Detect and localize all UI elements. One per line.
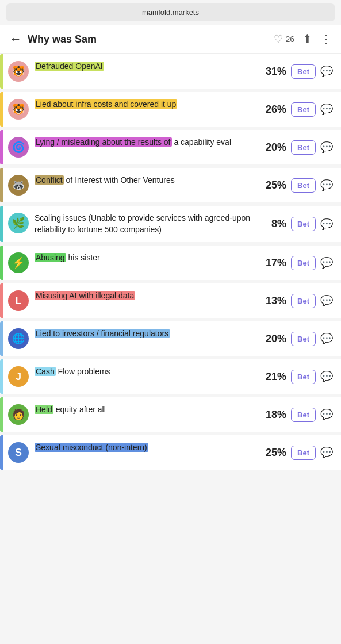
item-text: Conflict of Interest with Other Ventures bbox=[35, 175, 255, 186]
bet-button[interactable]: Bet bbox=[291, 370, 316, 384]
list-item: 🧑Held equity after all18%Bet💬 bbox=[0, 397, 341, 432]
list-item: JCash Flow problems21%Bet💬 bbox=[0, 359, 341, 394]
heart-icon: ♡ bbox=[274, 33, 283, 45]
list-item: 🌀Lying / misleading about the results of… bbox=[0, 130, 341, 164]
list-item: SSexual misconduct (non-intern)25%Bet💬 bbox=[0, 435, 341, 470]
page-title: Why was Sam bbox=[28, 33, 268, 45]
item-text: Cash Flow problems bbox=[35, 366, 255, 378]
item-text: Sexual misconduct (non-intern) bbox=[35, 442, 255, 454]
like-action[interactable]: ♡ 26 bbox=[274, 33, 294, 45]
list-item-left: JCash Flow problems bbox=[8, 366, 255, 387]
item-text: Defrauded OpenAI bbox=[35, 61, 255, 72]
percent-value: 21% bbox=[261, 371, 286, 383]
list-item-left: 🌐Lied to investors / financial regulator… bbox=[8, 328, 255, 349]
like-count: 26 bbox=[285, 34, 294, 44]
bet-button[interactable]: Bet bbox=[291, 332, 316, 346]
avatar: L bbox=[8, 290, 29, 311]
list-item: ⚡Abusing his sister17%Bet💬 bbox=[0, 246, 341, 280]
chat-icon[interactable]: 💬 bbox=[320, 218, 333, 231]
item-right: 17%Bet💬 bbox=[261, 256, 333, 270]
list-item: 🌿Scaling issues (Unable to provide servi… bbox=[0, 206, 341, 242]
chat-icon[interactable]: 💬 bbox=[320, 294, 333, 307]
list-item: LMisusing AI with illegal data13%Bet💬 bbox=[0, 283, 341, 318]
item-right: 20%Bet💬 bbox=[261, 140, 333, 155]
list-item-left: 🐯Defrauded OpenAI bbox=[8, 61, 255, 82]
avatar: 🌿 bbox=[8, 213, 29, 233]
chat-icon[interactable]: 💬 bbox=[320, 141, 333, 154]
avatar: 🌐 bbox=[8, 328, 29, 349]
avatar: 🐯 bbox=[8, 61, 29, 82]
percent-value: 31% bbox=[261, 66, 286, 78]
avatar: 🦝 bbox=[8, 175, 29, 195]
item-right: 21%Bet💬 bbox=[261, 370, 333, 384]
share-button[interactable]: ⬆ bbox=[302, 32, 312, 46]
bet-button[interactable]: Bet bbox=[291, 64, 316, 79]
percent-value: 18% bbox=[261, 409, 286, 421]
avatar: 🧑 bbox=[8, 404, 29, 425]
item-text: Held equity after all bbox=[35, 404, 255, 416]
item-text: Scaling issues (Unable to provide servic… bbox=[35, 213, 255, 235]
chat-icon[interactable]: 💬 bbox=[320, 446, 333, 459]
chat-icon[interactable]: 💬 bbox=[320, 256, 333, 269]
list-item-left: ⚡Abusing his sister bbox=[8, 252, 255, 273]
chat-icon[interactable]: 💬 bbox=[320, 332, 333, 345]
item-right: 18%Bet💬 bbox=[261, 408, 333, 422]
percent-value: 25% bbox=[261, 447, 286, 459]
bet-button[interactable]: Bet bbox=[291, 217, 316, 231]
bet-button[interactable]: Bet bbox=[291, 178, 316, 193]
chat-icon[interactable]: 💬 bbox=[320, 103, 333, 116]
items-list: 🐯Defrauded OpenAI31%Bet💬🐯Lied about infr… bbox=[0, 54, 341, 470]
bet-button[interactable]: Bet bbox=[291, 140, 316, 155]
chat-icon[interactable]: 💬 bbox=[320, 65, 333, 78]
percent-value: 20% bbox=[261, 141, 286, 154]
percent-value: 26% bbox=[261, 103, 286, 116]
header: ← Why was Sam ♡ 26 ⬆ ⋮ bbox=[0, 25, 341, 54]
item-text: Abusing his sister bbox=[35, 252, 255, 264]
avatar: 🌀 bbox=[8, 137, 29, 158]
list-item-left: 🐯Lied about infra costs and covered it u… bbox=[8, 99, 255, 120]
percent-value: 17% bbox=[261, 257, 286, 269]
avatar: ⚡ bbox=[8, 252, 29, 273]
chat-icon[interactable]: 💬 bbox=[320, 370, 333, 383]
item-right: 25%Bet💬 bbox=[261, 178, 333, 193]
list-item: 🐯Lied about infra costs and covered it u… bbox=[0, 92, 341, 126]
chat-icon[interactable]: 💬 bbox=[320, 408, 333, 421]
item-right: 20%Bet💬 bbox=[261, 332, 333, 346]
list-item-left: 🌀Lying / misleading about the results of… bbox=[8, 137, 255, 158]
item-right: 8%Bet💬 bbox=[261, 217, 333, 231]
list-item-left: 🌿Scaling issues (Unable to provide servi… bbox=[8, 213, 255, 235]
back-button[interactable]: ← bbox=[9, 32, 22, 47]
percent-value: 20% bbox=[261, 333, 286, 345]
list-item-left: 🦝Conflict of Interest with Other Venture… bbox=[8, 175, 255, 195]
bet-button[interactable]: Bet bbox=[291, 256, 316, 270]
chat-icon[interactable]: 💬 bbox=[320, 179, 333, 191]
percent-value: 25% bbox=[261, 179, 286, 191]
header-actions: ♡ 26 ⬆ ⋮ bbox=[274, 32, 332, 46]
list-item: 🦝Conflict of Interest with Other Venture… bbox=[0, 168, 341, 202]
item-text: Lied about infra costs and covered it up bbox=[35, 99, 255, 110]
item-right: 25%Bet💬 bbox=[261, 446, 333, 460]
item-text: Lied to investors / financial regulators bbox=[35, 328, 255, 340]
list-item-left: LMisusing AI with illegal data bbox=[8, 290, 255, 311]
avatar: J bbox=[8, 366, 29, 387]
item-right: 13%Bet💬 bbox=[261, 294, 333, 308]
list-item-left: SSexual misconduct (non-intern) bbox=[8, 442, 255, 463]
url-bar: manifold.markets bbox=[6, 3, 335, 21]
bet-button[interactable]: Bet bbox=[291, 294, 316, 308]
percent-value: 13% bbox=[261, 295, 286, 307]
bet-button[interactable]: Bet bbox=[291, 408, 316, 422]
bet-button[interactable]: Bet bbox=[291, 446, 316, 460]
list-item: 🐯Defrauded OpenAI31%Bet💬 bbox=[0, 54, 341, 89]
percent-value: 8% bbox=[261, 218, 286, 230]
list-item: 🌐Lied to investors / financial regulator… bbox=[0, 321, 341, 356]
list-item-left: 🧑Held equity after all bbox=[8, 404, 255, 425]
item-text: Misusing AI with illegal data bbox=[35, 290, 255, 302]
item-right: 31%Bet💬 bbox=[261, 64, 333, 79]
avatar: S bbox=[8, 442, 29, 463]
more-button[interactable]: ⋮ bbox=[320, 32, 332, 46]
avatar: 🐯 bbox=[8, 99, 29, 120]
bet-button[interactable]: Bet bbox=[291, 102, 316, 117]
item-text: Lying / misleading about the results of … bbox=[35, 137, 255, 148]
item-right: 26%Bet💬 bbox=[261, 102, 333, 117]
